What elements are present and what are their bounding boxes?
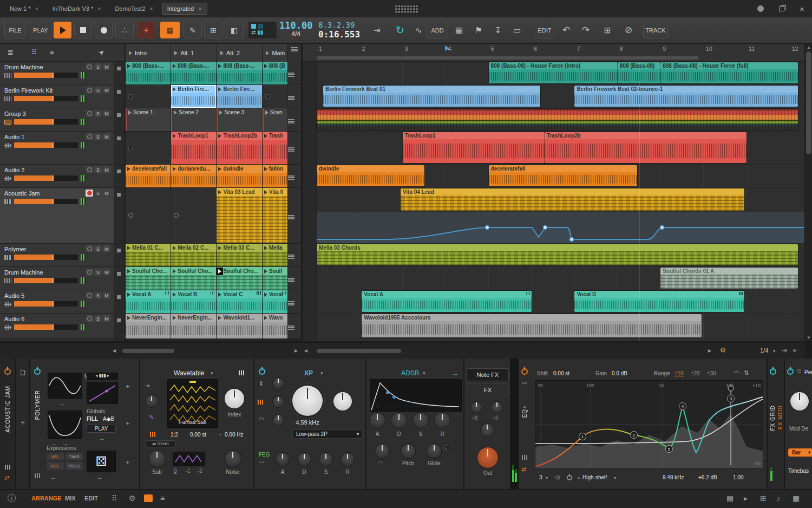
dual-display-icon[interactable]: ⠿	[112, 494, 117, 503]
track-launcher-menu[interactable]	[288, 108, 301, 131]
mod-route-icon[interactable]: →	[96, 473, 103, 481]
play-clip-icon[interactable]	[218, 292, 221, 297]
hamburger-icon[interactable]	[288, 325, 294, 330]
mute-button[interactable]: M	[103, 190, 110, 197]
hz-value[interactable]: 0.00 Hz	[225, 432, 243, 438]
sub-shape-display[interactable]	[173, 452, 205, 466]
wavetable-display[interactable]: Farfisa Sax	[167, 379, 218, 428]
band-q[interactable]: 1.00	[733, 474, 743, 480]
glide-knob[interactable]	[427, 444, 441, 458]
clip-slot[interactable]: Mella 03 C...	[217, 244, 261, 266]
play-scene-icon[interactable]	[266, 51, 269, 55]
solo-button[interactable]: S	[94, 87, 102, 94]
track-stop-button[interactable]	[114, 244, 125, 267]
filter-power-icon[interactable]	[259, 368, 265, 375]
expression-button[interactable]: PRES	[66, 462, 83, 470]
clip-slot[interactable]: Soulf	[263, 267, 288, 290]
track-stop-button[interactable]	[114, 132, 125, 165]
arranger-timeline[interactable]: 808 (Bass-08) - House Force (intro)808 (…	[303, 62, 804, 341]
r-knob[interactable]	[341, 453, 354, 466]
clip-slot[interactable]: Vocal A	[126, 290, 171, 313]
play-clip-icon[interactable]	[264, 292, 267, 297]
out-knob[interactable]	[477, 447, 498, 468]
solo-button[interactable]: S	[94, 63, 102, 70]
arranger-clip[interactable]	[317, 109, 798, 130]
song-position[interactable]: 8.3.2.39	[318, 21, 360, 29]
close-tab-icon[interactable]: ×	[198, 5, 201, 12]
arm-button[interactable]	[86, 292, 93, 299]
volume-fader[interactable]	[14, 73, 78, 78]
play-clip-icon[interactable]	[218, 246, 221, 250]
undo-icon[interactable]: ↶	[558, 22, 575, 38]
mod-route-icon[interactable]: →	[99, 434, 105, 442]
mute-button[interactable]: M	[103, 133, 110, 140]
track-stop-button[interactable]	[114, 165, 125, 188]
play-clip-icon[interactable]	[127, 316, 130, 320]
ab-toggle[interactable]: A◆B	[103, 416, 114, 422]
play-scene-icon[interactable]	[220, 51, 224, 55]
index-knob[interactable]	[225, 389, 244, 408]
arm-button[interactable]	[86, 245, 93, 252]
arm-button[interactable]	[86, 269, 93, 276]
detune-value[interactable]: 0.00 st	[190, 432, 206, 438]
track-stop-button[interactable]	[114, 314, 125, 339]
volume-fader[interactable]	[14, 96, 78, 101]
mute-button[interactable]: M	[103, 87, 110, 94]
band-type[interactable]: High-shelf	[582, 474, 607, 480]
fx-grid-name[interactable]: FX GRID	[770, 405, 776, 431]
clip-slot[interactable]: 808 (Bass-...	[126, 62, 171, 84]
play-clip-icon[interactable]	[127, 269, 130, 273]
solo-button[interactable]: S	[94, 166, 102, 173]
play-clip-icon[interactable]	[173, 64, 176, 68]
browser-panel-icon[interactable]: ▤	[726, 494, 734, 503]
zoom-grid-value[interactable]: 1/4	[760, 347, 768, 354]
track-row[interactable]: Group 3SM	[0, 108, 114, 132]
glide-latch-badge[interactable]: L	[443, 445, 449, 451]
redo-icon[interactable]: ↷	[577, 22, 594, 38]
arranger-clip[interactable]: deceleratefall	[489, 165, 637, 186]
device-power-icon[interactable]	[770, 368, 776, 375]
hamburger-icon[interactable]	[288, 255, 294, 259]
document-tab-active[interactable]: Integrated×	[162, 3, 207, 15]
track-launcher-menu[interactable]	[288, 267, 301, 290]
hamburger-icon[interactable]	[288, 73, 294, 77]
play-clip-icon[interactable]	[264, 134, 267, 138]
io-swap-icon[interactable]: ⇄	[521, 466, 526, 473]
play-clip-icon[interactable]	[173, 87, 176, 92]
clip-slot[interactable]: Wavoloid1...	[217, 314, 261, 338]
panel-power-icon[interactable]	[787, 368, 794, 375]
track-row[interactable]: PolymerSM	[0, 244, 114, 267]
play-button[interactable]	[54, 22, 71, 38]
device-panel-icon[interactable]: ▦	[793, 494, 800, 503]
bell-icon[interactable]: ◠	[734, 369, 739, 376]
ramp-display[interactable]	[87, 382, 118, 404]
noise-knob[interactable]	[225, 451, 241, 467]
play-clip-icon[interactable]	[218, 167, 221, 171]
scroll-left-icon[interactable]: ◂	[304, 347, 307, 354]
clip-slot[interactable]: Vocal	[263, 290, 288, 313]
volume-fader[interactable]	[14, 199, 78, 204]
scroll-up-icon[interactable]: ▲	[805, 45, 812, 50]
clip-slot[interactable]: 808 (Bass-...	[171, 62, 216, 84]
track-stop-button[interactable]	[114, 85, 125, 108]
volume-fader[interactable]	[14, 255, 78, 260]
stop-button[interactable]	[74, 22, 92, 38]
unison-icon[interactable]	[150, 432, 156, 437]
add-menu-button[interactable]: ADD	[427, 22, 448, 38]
automation-lane[interactable]	[303, 212, 804, 244]
mix-view-button[interactable]: MIX	[65, 495, 76, 502]
chevron-down-icon[interactable]: ▾	[614, 476, 616, 480]
r-knob[interactable]	[435, 413, 450, 428]
arranger-track-lane[interactable]: Mella 03 Chords	[303, 244, 804, 267]
play-clip-icon[interactable]	[173, 269, 176, 273]
track-stop-button[interactable]	[114, 290, 125, 314]
hamburger-icon[interactable]	[288, 301, 294, 305]
band-freq[interactable]: 9.49 kHz	[663, 474, 684, 480]
arranger-track-lane[interactable]: Soulful Chords 01 A	[303, 267, 804, 290]
timebase-dropdown[interactable]: Bar▾	[788, 448, 812, 457]
file-menu-button[interactable]: FILE	[4, 22, 26, 38]
clip-icon[interactable]: ▭	[509, 22, 525, 38]
arm-button[interactable]	[86, 315, 93, 322]
arranger-clip[interactable]: 808 (Bass-08) - House Force (intro)	[489, 62, 618, 83]
mute-button[interactable]: M	[103, 315, 110, 322]
